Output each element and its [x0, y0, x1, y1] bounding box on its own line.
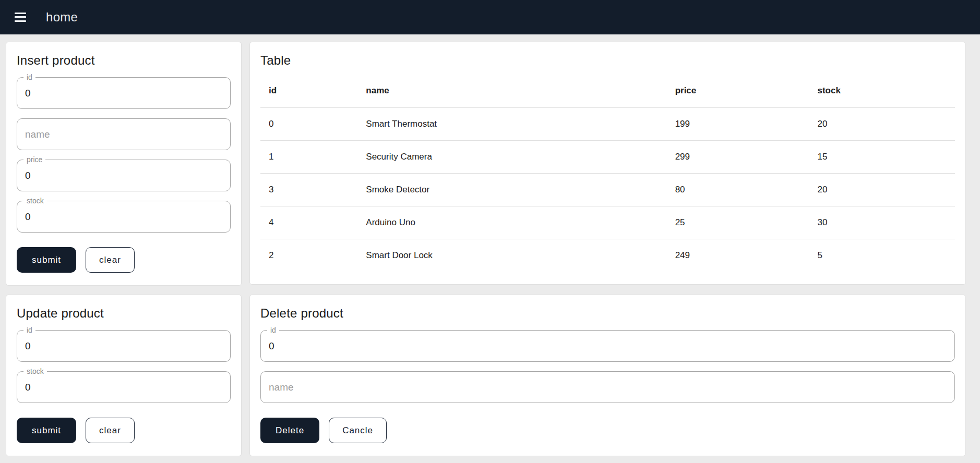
products-table: id name price stock 0 Smart Thermostat 1…: [260, 73, 955, 272]
update-stock-label: stock: [23, 367, 47, 375]
update-id-label: id: [23, 326, 35, 334]
update-submit-button[interactable]: submit: [17, 418, 76, 443]
update-clear-button[interactable]: clear: [86, 418, 135, 443]
column-header-price: price: [667, 73, 809, 108]
page-title: home: [46, 10, 78, 25]
delete-id-field: id: [260, 330, 955, 362]
hamburger-bar: [15, 20, 26, 22]
insert-stock-label: stock: [23, 197, 47, 205]
cell-id: 1: [260, 141, 357, 174]
hamburger-bar: [15, 16, 26, 18]
products-table-card: Table id name price stock 0 Smart Thermo…: [249, 42, 966, 285]
update-id-input[interactable]: [17, 331, 230, 361]
insert-id-label: id: [23, 73, 35, 81]
hamburger-menu-icon[interactable]: [14, 12, 27, 22]
delete-buttons-row: Delete Cancle: [260, 418, 955, 443]
insert-price-field: price: [17, 160, 231, 191]
column-header-name: name: [357, 73, 666, 108]
column-header-stock: stock: [809, 73, 955, 108]
cell-stock: 20: [809, 174, 955, 206]
hamburger-bar: [15, 13, 26, 14]
insert-price-label: price: [23, 155, 45, 164]
cell-name: Smart Thermostat: [357, 108, 666, 141]
insert-clear-button[interactable]: clear: [86, 247, 135, 273]
delete-product-card: Delete product id Delete Cancle: [249, 295, 966, 456]
cell-id: 0: [260, 108, 357, 141]
cell-price: 80: [667, 174, 809, 206]
app-bar: home: [0, 0, 980, 34]
delete-id-label: id: [267, 326, 279, 334]
insert-id-field: id: [17, 77, 231, 109]
cell-price: 199: [667, 108, 809, 141]
table-row: 2 Smart Door Lock 249 5: [260, 239, 955, 272]
insert-product-card: Insert product id price stock submit cle…: [6, 42, 242, 286]
insert-card-title: Insert product: [17, 53, 231, 68]
cell-price: 249: [667, 239, 809, 272]
insert-buttons-row: submit clear: [17, 247, 231, 273]
update-stock-input[interactable]: [17, 372, 230, 403]
delete-card-title: Delete product: [260, 306, 955, 321]
main-content: Insert product id price stock submit cle…: [0, 34, 980, 456]
insert-name-input[interactable]: [17, 119, 230, 150]
update-product-card: Update product id stock submit clear: [6, 295, 242, 456]
cell-stock: 15: [809, 141, 955, 174]
cell-id: 3: [260, 174, 357, 206]
insert-stock-field: stock: [17, 201, 231, 233]
delete-name-input[interactable]: [261, 372, 954, 403]
update-card-title: Update product: [17, 306, 231, 321]
table-header-row: id name price stock: [260, 73, 955, 108]
cell-name: Smart Door Lock: [357, 239, 666, 272]
insert-submit-button[interactable]: submit: [17, 247, 76, 273]
cancel-button[interactable]: Cancle: [329, 418, 387, 443]
cell-name: Security Camera: [357, 141, 666, 174]
cell-name: Smoke Detector: [357, 174, 666, 206]
update-stock-field: stock: [17, 371, 231, 403]
delete-name-field: [260, 371, 955, 403]
insert-name-field: [17, 118, 231, 150]
table-card-title: Table: [260, 53, 955, 68]
delete-button[interactable]: Delete: [260, 418, 319, 443]
update-buttons-row: submit clear: [17, 418, 231, 443]
column-header-id: id: [260, 73, 357, 108]
cell-price: 25: [667, 206, 809, 239]
insert-price-input[interactable]: [17, 160, 230, 191]
cell-name: Arduino Uno: [357, 206, 666, 239]
cell-stock: 30: [809, 206, 955, 239]
delete-id-input[interactable]: [261, 331, 954, 361]
table-row: 0 Smart Thermostat 199 20: [260, 108, 955, 141]
table-row: 4 Arduino Uno 25 30: [260, 206, 955, 239]
insert-stock-input[interactable]: [17, 201, 230, 232]
cell-stock: 5: [809, 239, 955, 272]
cell-price: 299: [667, 141, 809, 174]
table-row: 3 Smoke Detector 80 20: [260, 174, 955, 206]
cell-stock: 20: [809, 108, 955, 141]
update-id-field: id: [17, 330, 231, 362]
cell-id: 4: [260, 206, 357, 239]
table-row: 1 Security Camera 299 15: [260, 141, 955, 174]
insert-id-input[interactable]: [17, 78, 230, 108]
cell-id: 2: [260, 239, 357, 272]
